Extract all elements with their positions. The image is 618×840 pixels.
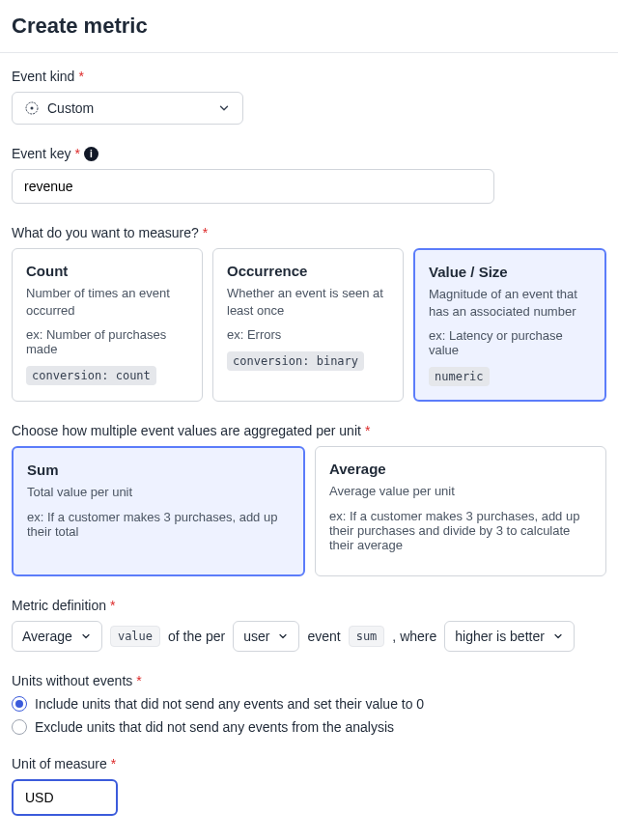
required-marker: * [203,225,208,240]
definition-text: event [307,629,340,644]
aggregate-cards: Sum Total value per unit ex: If a custom… [12,446,606,575]
measure-card-count[interactable]: Count Number of times an event occurred … [12,248,203,402]
radio-exclude-units[interactable]: Exclude units that did not send any even… [12,719,606,735]
form-body: Event kind * Custom Event key * i What d… [0,53,618,840]
definition-value-chip: value [110,626,160,647]
required-marker: * [136,673,141,688]
label-text: What do you want to measure? [12,225,199,240]
measure-card-occurrence[interactable]: Occurrence Whether an event is seen at l… [212,248,404,402]
label-aggregate: Choose how multiple event values are agg… [12,423,606,438]
field-definition: Metric definition * Average value of the… [12,598,606,652]
svg-point-1 [31,107,34,110]
definition-text: of the per [168,629,225,644]
measure-card-value[interactable]: Value / Size Magnitude of an event that … [413,248,606,402]
label-text: Unit of measure [12,756,107,771]
field-event-kind: Event kind * Custom [12,69,606,125]
card-desc: Magnitude of an event that has an associ… [429,286,591,321]
label-units-without: Units without events * [12,673,606,688]
card-desc: Total value per unit [27,484,290,501]
label-text: Event key [12,146,70,161]
card-example: ex: If a customer makes 3 purchases, add… [27,510,290,539]
chevron-down-icon [277,630,289,642]
radio-icon [12,696,27,712]
required-marker: * [74,146,79,161]
card-title: Value / Size [429,264,591,280]
field-aggregate: Choose how multiple event values are agg… [12,423,606,575]
event-kind-select[interactable]: Custom [12,92,243,125]
select-value: Average [22,629,72,644]
card-tag: numeric [429,367,490,386]
chevron-down-icon [217,101,231,115]
definition-inner-chip: sum [349,626,385,647]
radio-include-units[interactable]: Include units that did not send any even… [12,696,606,712]
card-example: ex: Number of purchases made [26,327,188,356]
card-title: Count [26,263,188,279]
definition-text: , where [392,629,436,644]
card-title: Occurrence [227,263,389,279]
chevron-down-icon [80,630,92,642]
aggregate-card-average[interactable]: Average Average value per unit ex: If a … [315,446,606,575]
field-event-key: Event key * i [12,146,606,204]
card-title: Average [329,461,592,477]
card-example: ex: If a customer makes 3 purchases, add… [329,509,592,552]
field-measure: What do you want to measure? * Count Num… [12,225,606,402]
gauge-icon [24,100,40,116]
label-text: Event kind [12,69,74,84]
aggregate-card-sum[interactable]: Sum Total value per unit ex: If a custom… [12,446,305,575]
card-title: Sum [27,462,290,478]
event-key-input[interactable] [12,169,494,204]
radio-label: Include units that did not send any even… [35,696,424,712]
definition-outer-select[interactable]: Average [12,621,102,652]
radio-icon [12,719,27,735]
definition-direction-select[interactable]: higher is better [444,621,575,652]
label-unit-of-measure: Unit of measure * [12,756,606,771]
definition-unit-select[interactable]: user [233,621,299,652]
label-event-kind: Event kind * [12,69,606,84]
event-kind-value: Custom [47,100,94,116]
label-measure: What do you want to measure? * [12,225,606,240]
label-text: Units without events [12,673,132,688]
select-value: higher is better [455,629,545,644]
radio-label: Exclude units that did not send any even… [35,719,394,735]
card-desc: Whether an event is seen at least once [227,285,389,320]
measure-cards: Count Number of times an event occurred … [12,248,606,402]
required-marker: * [365,423,370,438]
field-unit-of-measure: Unit of measure * [12,756,606,816]
card-desc: Average value per unit [329,483,592,500]
chevron-down-icon [552,630,564,642]
field-units-without: Units without events * Include units tha… [12,673,606,735]
info-icon[interactable]: i [84,147,98,161]
label-event-key: Event key * i [12,146,606,161]
card-tag: conversion: count [26,366,156,385]
card-example: ex: Latency or purchase value [429,328,591,357]
required-marker: * [110,598,115,613]
label-text: Choose how multiple event values are agg… [12,423,361,438]
page-title: Create metric [0,0,618,53]
label-definition: Metric definition * [12,598,606,613]
unit-of-measure-input[interactable] [12,779,118,816]
required-marker: * [111,756,116,771]
required-marker: * [78,69,83,84]
select-value: user [243,629,269,644]
definition-row: Average value of the per user event sum … [12,621,606,652]
card-desc: Number of times an event occurred [26,285,188,320]
label-text: Metric definition [12,598,106,613]
card-example: ex: Errors [227,327,389,342]
card-tag: conversion: binary [227,351,364,371]
